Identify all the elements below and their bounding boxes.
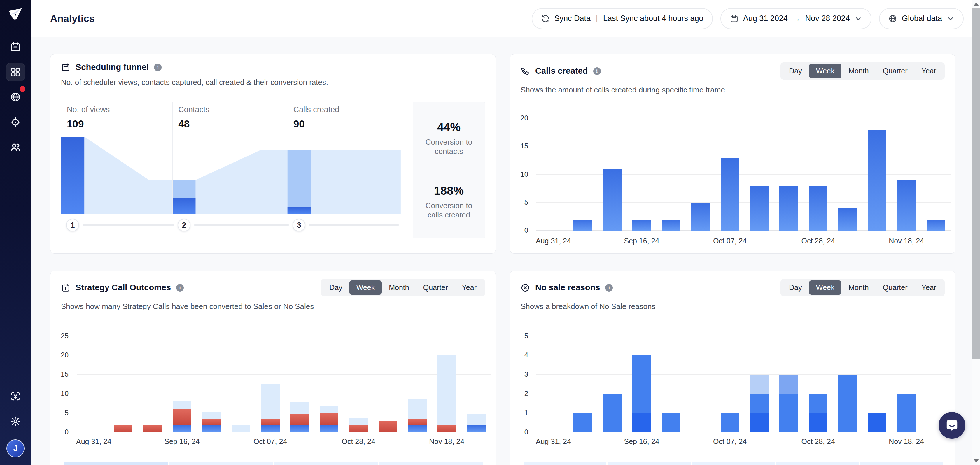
- bar-segment-reason-med-blue[interactable]: [662, 413, 681, 432]
- bar[interactable]: [721, 158, 740, 231]
- sidebar-item-calendar[interactable]: [6, 38, 25, 56]
- bar-segment-open-lightblue[interactable]: [173, 402, 191, 409]
- bar-segment-reason-dark-blue[interactable]: [750, 413, 768, 432]
- scrollbar-thumb[interactable]: [972, 8, 980, 359]
- chat-launcher-button[interactable]: [939, 412, 966, 439]
- tab-year[interactable]: Year: [455, 281, 484, 295]
- bar-segment-open-lightblue[interactable]: [438, 355, 456, 425]
- bar[interactable]: [573, 219, 592, 231]
- summary-cell[interactable]: 17: [692, 462, 775, 465]
- bar-segment-reason-med-blue[interactable]: [573, 413, 592, 432]
- bar-segment-reason-dark-blue[interactable]: [809, 413, 827, 432]
- info-icon[interactable]: i: [593, 67, 601, 75]
- bar-segment-no-sales-red[interactable]: [143, 425, 162, 432]
- summary-cell[interactable]: 23: [274, 462, 378, 465]
- bar-segment-sales-blue[interactable]: [173, 425, 191, 432]
- bar[interactable]: [603, 169, 622, 231]
- bar-segment-open-lightblue[interactable]: [232, 425, 250, 432]
- sidebar-item-integrations[interactable]: [6, 387, 25, 406]
- summary-cell[interactable]: 1: [776, 462, 859, 465]
- sidebar-item-target[interactable]: [6, 113, 25, 132]
- bar-segment-reason-med-blue[interactable]: [780, 394, 798, 432]
- funnel-bar-3-light[interactable]: [288, 150, 310, 207]
- tab-day[interactable]: Day: [782, 281, 809, 295]
- summary-cell[interactable]: 77: [64, 462, 168, 465]
- bar-segment-no-sales-red[interactable]: [349, 425, 368, 432]
- bar-segment-open-lightblue[interactable]: [349, 418, 368, 425]
- tab-week[interactable]: Week: [809, 281, 842, 295]
- funnel-bar-1[interactable]: [61, 137, 84, 214]
- bar-segment-reason-dark-blue[interactable]: [868, 413, 886, 432]
- bar[interactable]: [809, 186, 827, 231]
- sidebar-item-globe[interactable]: [6, 88, 25, 106]
- funnel-bar-3-dark[interactable]: [288, 207, 310, 214]
- bar-segment-open-lightblue[interactable]: [202, 412, 221, 419]
- data-scope-button[interactable]: Global data: [879, 8, 964, 29]
- info-icon[interactable]: i: [176, 284, 184, 292]
- summary-cell[interactable]: 9: [169, 462, 273, 465]
- tab-week[interactable]: Week: [809, 64, 842, 78]
- bar-segment-no-sales-red[interactable]: [290, 414, 309, 425]
- bar-segment-no-sales-red[interactable]: [320, 413, 338, 425]
- bar-segment-no-sales-red[interactable]: [408, 419, 427, 425]
- info-icon[interactable]: i: [154, 63, 162, 71]
- bar-segment-reason-med-blue[interactable]: [809, 394, 827, 413]
- bar-segment-reason-med-blue[interactable]: [750, 394, 768, 413]
- tab-year[interactable]: Year: [915, 64, 943, 78]
- tab-day[interactable]: Day: [782, 64, 809, 78]
- bar-segment-reason-med-blue[interactable]: [838, 375, 857, 432]
- bar[interactable]: [691, 203, 710, 231]
- bar-segment-no-sales-red[interactable]: [173, 409, 191, 425]
- tab-month[interactable]: Month: [842, 64, 876, 78]
- bar[interactable]: [632, 219, 651, 231]
- bar-segment-no-sales-red[interactable]: [114, 425, 132, 432]
- tab-month[interactable]: Month: [382, 281, 416, 295]
- bar-segment-open-lightblue[interactable]: [467, 414, 485, 425]
- bar-segment-no-sales-red[interactable]: [438, 425, 456, 432]
- sidebar-item-contacts[interactable]: [6, 138, 25, 157]
- bar-segment-open-lightblue[interactable]: [320, 406, 338, 413]
- summary-cell[interactable]: 45: [379, 462, 484, 465]
- bar-segment-sales-blue[interactable]: [290, 425, 309, 432]
- bar-segment-reason-med-blue[interactable]: [603, 394, 622, 432]
- bar[interactable]: [750, 186, 768, 231]
- bar[interactable]: [927, 219, 945, 231]
- sidebar-item-settings[interactable]: [6, 412, 25, 431]
- bar-segment-open-lightblue[interactable]: [290, 402, 309, 414]
- scroll-down-arrow-icon[interactable]: [974, 459, 979, 462]
- bar[interactable]: [838, 208, 857, 231]
- bar-segment-no-sales-red[interactable]: [379, 421, 397, 432]
- sync-data-button[interactable]: Sync Data | Last Sync about 4 hours ago: [532, 8, 713, 29]
- bar-segment-no-sales-red[interactable]: [202, 419, 221, 425]
- bar-segment-open-lightblue[interactable]: [408, 399, 427, 419]
- bar-segment-reason-med-blue[interactable]: [632, 355, 651, 413]
- bar[interactable]: [662, 219, 681, 231]
- bar-segment-reason-mid-light[interactable]: [780, 375, 798, 394]
- scroll-up-arrow-icon[interactable]: [974, 3, 979, 6]
- bar[interactable]: [780, 186, 798, 231]
- bar-segment-sales-blue[interactable]: [202, 425, 221, 432]
- bar-segment-sales-blue[interactable]: [408, 425, 427, 432]
- tab-day[interactable]: Day: [322, 281, 349, 295]
- bar-segment-reason-med-blue[interactable]: [897, 394, 916, 432]
- bar-segment-sales-blue[interactable]: [467, 425, 485, 432]
- bar[interactable]: [897, 180, 916, 231]
- tab-quarter[interactable]: Quarter: [876, 64, 915, 78]
- summary-cell[interactable]: 1: [860, 462, 943, 465]
- tab-quarter[interactable]: Quarter: [416, 281, 455, 295]
- app-logo[interactable]: [7, 6, 24, 24]
- tab-quarter[interactable]: Quarter: [876, 281, 915, 295]
- bar-segment-reason-lightest[interactable]: [750, 375, 768, 394]
- funnel-bar-2-light[interactable]: [172, 180, 196, 198]
- user-avatar[interactable]: J: [6, 440, 24, 457]
- bar-segment-reason-med-blue[interactable]: [721, 413, 740, 432]
- funnel-bar-2-dark[interactable]: [172, 198, 196, 214]
- summary-cell[interactable]: 0: [523, 462, 606, 465]
- summary-cell[interactable]: 4: [608, 462, 690, 465]
- tab-month[interactable]: Month: [842, 281, 876, 295]
- bar-segment-no-sales-red[interactable]: [261, 419, 280, 425]
- tab-week[interactable]: Week: [349, 281, 382, 295]
- date-range-button[interactable]: Aug 31 2024 → Nov 28 2024: [721, 8, 872, 29]
- bar-segment-open-lightblue[interactable]: [261, 384, 280, 419]
- info-icon[interactable]: i: [605, 284, 613, 292]
